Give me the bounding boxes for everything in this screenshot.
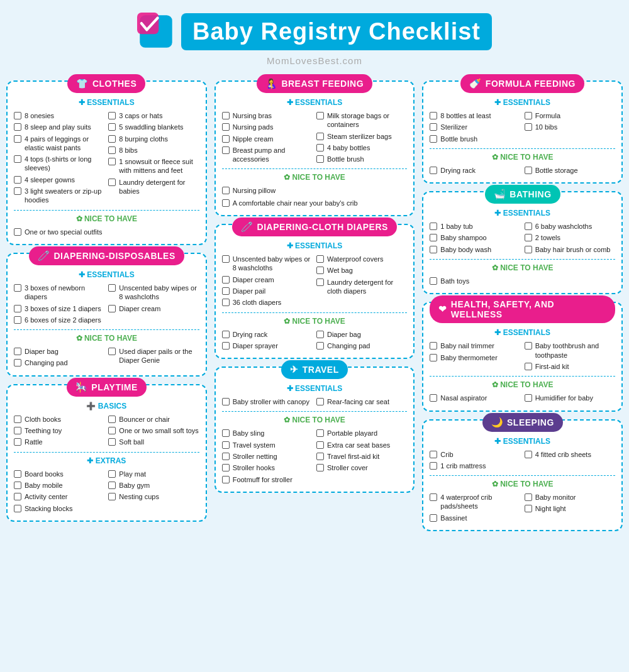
checkbox[interactable] bbox=[14, 427, 21, 434]
checkbox[interactable] bbox=[430, 514, 437, 522]
checkbox[interactable] bbox=[222, 187, 230, 194]
checkbox[interactable] bbox=[430, 234, 437, 241]
checkbox[interactable] bbox=[222, 429, 230, 437]
checkbox[interactable] bbox=[14, 416, 21, 423]
checkbox[interactable] bbox=[14, 438, 21, 446]
checkbox[interactable] bbox=[525, 451, 532, 458]
checkbox[interactable] bbox=[430, 493, 437, 501]
checkbox[interactable] bbox=[222, 453, 230, 460]
checkbox[interactable] bbox=[316, 278, 324, 286]
checkbox[interactable] bbox=[525, 493, 532, 501]
checkbox[interactable] bbox=[316, 464, 324, 471]
checkbox[interactable] bbox=[108, 416, 116, 423]
checkbox[interactable] bbox=[525, 342, 532, 350]
checkbox[interactable] bbox=[14, 493, 21, 500]
checkbox[interactable] bbox=[430, 167, 437, 174]
checkbox[interactable] bbox=[316, 441, 324, 449]
checkbox[interactable] bbox=[222, 123, 230, 131]
checkbox[interactable] bbox=[108, 284, 116, 292]
checkbox[interactable] bbox=[430, 342, 437, 350]
checkbox[interactable] bbox=[108, 305, 116, 312]
checkbox[interactable] bbox=[316, 429, 324, 437]
checkbox[interactable] bbox=[222, 146, 230, 154]
section-header-clothes: 👕 CLOTHES bbox=[67, 74, 145, 93]
checkbox[interactable] bbox=[430, 223, 437, 230]
checkbox[interactable] bbox=[525, 112, 532, 119]
checkbox[interactable] bbox=[316, 133, 324, 140]
checkbox[interactable] bbox=[108, 112, 116, 119]
checkbox[interactable] bbox=[222, 342, 230, 350]
checkbox[interactable] bbox=[14, 505, 21, 512]
checkbox[interactable] bbox=[108, 470, 116, 478]
checkbox[interactable] bbox=[14, 123, 21, 131]
checkbox[interactable] bbox=[14, 359, 21, 366]
checkbox[interactable] bbox=[14, 112, 21, 119]
checkbox[interactable] bbox=[525, 223, 532, 230]
checkbox[interactable] bbox=[430, 462, 437, 470]
checkbox[interactable] bbox=[525, 234, 532, 241]
checkbox[interactable] bbox=[222, 135, 230, 143]
list-item: Formula bbox=[525, 110, 615, 121]
checkbox[interactable] bbox=[316, 331, 324, 338]
checkbox[interactable] bbox=[222, 398, 230, 405]
checkbox[interactable] bbox=[14, 348, 21, 355]
checkbox[interactable] bbox=[222, 331, 230, 338]
checkbox[interactable] bbox=[222, 441, 230, 449]
checkbox[interactable] bbox=[430, 123, 437, 131]
checkbox[interactable] bbox=[525, 167, 532, 174]
ff-nice-list: Drying rack Bottle storage bbox=[430, 165, 615, 176]
checkbox[interactable] bbox=[430, 354, 437, 361]
checkbox[interactable] bbox=[222, 464, 230, 471]
checkbox[interactable] bbox=[108, 482, 116, 489]
checkbox[interactable] bbox=[316, 398, 324, 405]
checkbox[interactable] bbox=[14, 176, 21, 184]
checkbox[interactable] bbox=[222, 199, 230, 207]
checkbox[interactable] bbox=[525, 246, 532, 253]
checkbox[interactable] bbox=[316, 342, 324, 350]
checkbox[interactable] bbox=[316, 155, 324, 163]
checkbox[interactable] bbox=[222, 299, 230, 306]
checkbox[interactable] bbox=[525, 505, 532, 512]
checkbox[interactable] bbox=[108, 493, 116, 500]
checkbox[interactable] bbox=[430, 277, 437, 285]
checkbox[interactable] bbox=[14, 316, 21, 324]
checkbox[interactable] bbox=[430, 451, 437, 458]
checkbox[interactable] bbox=[316, 144, 324, 151]
checkbox[interactable] bbox=[222, 476, 230, 483]
checkbox[interactable] bbox=[430, 135, 437, 143]
checkbox[interactable] bbox=[108, 146, 116, 154]
checkbox[interactable] bbox=[430, 246, 437, 253]
checkbox[interactable] bbox=[14, 155, 21, 163]
checkbox[interactable] bbox=[222, 255, 230, 263]
checkbox[interactable] bbox=[108, 135, 116, 143]
checkbox[interactable] bbox=[14, 284, 21, 292]
checkbox[interactable] bbox=[525, 123, 532, 131]
checkbox[interactable] bbox=[14, 228, 21, 236]
checkbox[interactable] bbox=[14, 305, 21, 312]
checkbox[interactable] bbox=[108, 123, 116, 131]
checkbox[interactable] bbox=[108, 427, 116, 434]
checkbox[interactable] bbox=[14, 482, 21, 489]
checkbox[interactable] bbox=[316, 453, 324, 460]
checkbox[interactable] bbox=[108, 348, 116, 355]
checkbox[interactable] bbox=[14, 470, 21, 478]
checkbox[interactable] bbox=[222, 112, 230, 119]
checkbox[interactable] bbox=[108, 438, 116, 446]
checkbox[interactable] bbox=[108, 158, 116, 165]
checkbox[interactable] bbox=[14, 135, 21, 143]
ff-essentials-list: 8 bottles at least Sterilizer Bottle bru… bbox=[430, 110, 615, 145]
checkbox[interactable] bbox=[430, 112, 437, 119]
checkbox[interactable] bbox=[525, 363, 532, 370]
checkbox[interactable] bbox=[14, 187, 21, 195]
page-header: Baby Registry Checklist MomLovesBest.com bbox=[6, 6, 623, 69]
list-item: Laundry detergent for babies bbox=[108, 177, 199, 197]
checkbox[interactable] bbox=[316, 112, 324, 119]
page-subtitle: MomLovesBest.com bbox=[6, 55, 623, 66]
checkbox[interactable] bbox=[316, 267, 324, 274]
checkbox[interactable] bbox=[108, 179, 116, 186]
checkbox[interactable] bbox=[316, 255, 324, 263]
checkbox[interactable] bbox=[222, 276, 230, 284]
checkbox[interactable] bbox=[222, 287, 230, 295]
checkbox[interactable] bbox=[525, 394, 532, 402]
checkbox[interactable] bbox=[430, 394, 437, 402]
